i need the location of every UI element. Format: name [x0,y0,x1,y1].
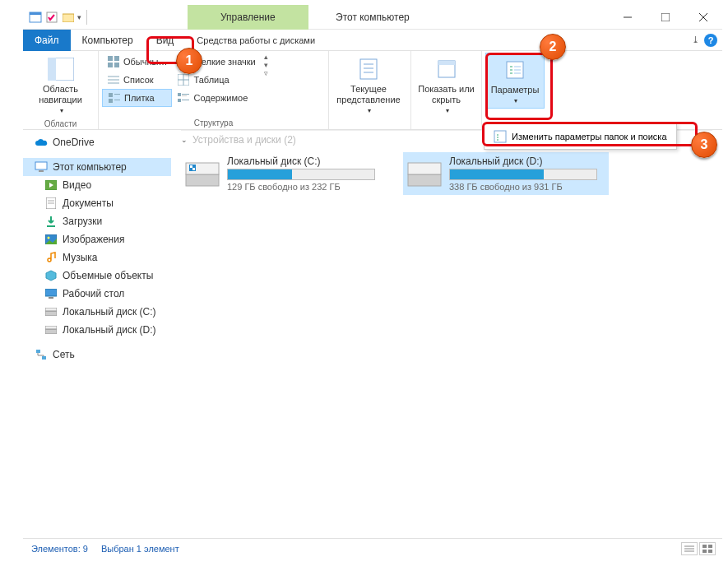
drive-c[interactable]: Локальный диск (С:) 129 ГБ свободно из 2… [181,152,387,195]
svg-rect-55 [49,297,53,299]
expand-icon[interactable]: ▿ [264,69,268,77]
svg-rect-13 [114,63,119,67]
options-icon [502,57,528,83]
layout-extra-large[interactable]: Обычны… [102,53,172,71]
svg-rect-74 [702,550,707,553]
svg-rect-56 [45,311,57,316]
chevron-down-icon: ▾ [60,107,63,114]
nav-this-pc[interactable]: Этот компьютер [23,158,171,176]
drive-d[interactable]: Локальный диск (D:) 338 ГБ свободно из 9… [403,152,609,195]
current-view-button[interactable]: Текущее представление▾ [332,53,405,118]
show-hide-button[interactable]: Показать или скрыть▾ [415,53,478,118]
current-view-icon [355,56,382,82]
svg-rect-67 [408,174,441,186]
tab-computer[interactable]: Компьютер [71,30,145,51]
layout-content[interactable]: Содержимое [172,89,260,107]
help-icon[interactable]: ? [704,34,717,47]
music-icon [44,251,58,264]
thumbnails-view-button[interactable] [699,542,716,555]
options-button[interactable]: Параметры ▾ [485,53,545,109]
grid-icon [107,55,120,68]
svg-rect-31 [178,99,181,102]
svg-rect-65 [190,165,192,168]
nav-disk-c[interactable]: Локальный диск (С:) [23,303,171,321]
drive-icon [44,305,58,318]
explorer-icon [28,10,43,25]
folder-options-icon [494,130,507,143]
svg-point-53 [48,237,50,239]
svg-rect-40 [514,66,521,67]
network-icon [35,348,48,361]
callout-1: 1 [176,48,202,74]
drive-icon [44,323,58,336]
svg-rect-75 [708,550,712,553]
group-label-layout: Структура [102,117,325,129]
svg-rect-68 [408,163,441,174]
chevron-up-icon[interactable]: ▴ [264,53,268,61]
navigation-tree[interactable]: OneDrive Этот компьютер Видео Документы … [23,130,171,538]
chevron-down-icon: ▾ [446,107,449,114]
svg-rect-29 [182,94,189,95]
svg-rect-73 [708,545,712,548]
chevron-down-icon: ▾ [368,107,371,114]
minimize-ribbon-icon[interactable]: ⤓ [692,35,699,45]
status-selection: Выбран 1 элемент [101,544,179,554]
navigation-pane-button[interactable]: Область навигации ▾ [26,53,95,118]
drive-icon [406,155,443,192]
svg-rect-3 [63,14,74,22]
nav-pictures[interactable]: Изображения [23,230,171,248]
drive-free-space: 338 ГБ свободно из 931 ГБ [449,182,597,192]
nav-3d-objects[interactable]: Объемные объекты [23,267,171,285]
svg-rect-72 [702,545,707,548]
qat-dropdown-icon[interactable]: ▾ [77,13,81,21]
document-icon [44,197,58,210]
nav-videos[interactable]: Видео [23,176,171,194]
svg-rect-54 [45,289,57,296]
svg-rect-42 [514,72,521,74]
drive-usage-bar [227,169,375,180]
status-item-count: Элементов: 9 [31,544,88,554]
nav-downloads[interactable]: Загрузки [23,212,171,230]
drive-free-space: 129 ГБ свободно из 232 ГБ [227,182,375,192]
svg-rect-1 [30,12,41,15]
svg-rect-57 [45,308,57,311]
maximize-button[interactable] [647,5,684,30]
properties-icon[interactable] [44,10,59,25]
svg-rect-38 [438,61,455,65]
tab-file[interactable]: Файл [23,30,71,51]
chevron-down-icon: ▾ [514,97,517,104]
tab-disk-tools[interactable]: Средства работы с дисками [185,30,327,51]
nav-network[interactable]: Сеть [23,346,171,364]
cube-icon [44,269,58,282]
show-hide-icon [434,56,460,82]
nav-disk-d[interactable]: Локальный диск (D:) [23,321,171,339]
nav-onedrive[interactable]: OneDrive [23,133,171,151]
minimize-button[interactable] [609,5,647,30]
drive-usage-bar [449,169,597,180]
nav-music[interactable]: Музыка [23,248,171,267]
svg-rect-30 [182,95,187,96]
svg-rect-60 [36,350,40,353]
desktop-icon [44,287,58,300]
close-button[interactable] [684,5,722,30]
quick-access-toolbar: ▾ [23,10,91,25]
layout-tiles[interactable]: Плитка [102,89,172,107]
nav-documents[interactable]: Документы [23,194,171,212]
change-folder-options-item[interactable]: Изменить параметры папок и поиска [487,127,674,146]
tab-view[interactable]: Вид [145,30,186,51]
ribbon: Область навигации ▾ Области Обычны… Спис… [23,51,722,130]
options-dropdown-menu: Изменить параметры папок и поиска [484,123,677,150]
chevron-down-icon[interactable]: ▾ [264,61,268,69]
status-bar: Элементов: 9 Выбран 1 элемент [23,538,722,558]
svg-rect-62 [186,174,219,186]
nav-desktop[interactable]: Рабочий стол [23,285,171,303]
picture-icon [44,233,58,246]
details-view-button[interactable] [681,542,698,555]
svg-rect-32 [182,100,189,100]
new-folder-icon[interactable] [61,10,76,25]
content-icon [177,91,190,104]
svg-rect-28 [178,93,181,96]
svg-rect-10 [108,56,113,61]
layout-list[interactable]: Список [102,71,172,89]
svg-rect-18 [114,94,120,95]
